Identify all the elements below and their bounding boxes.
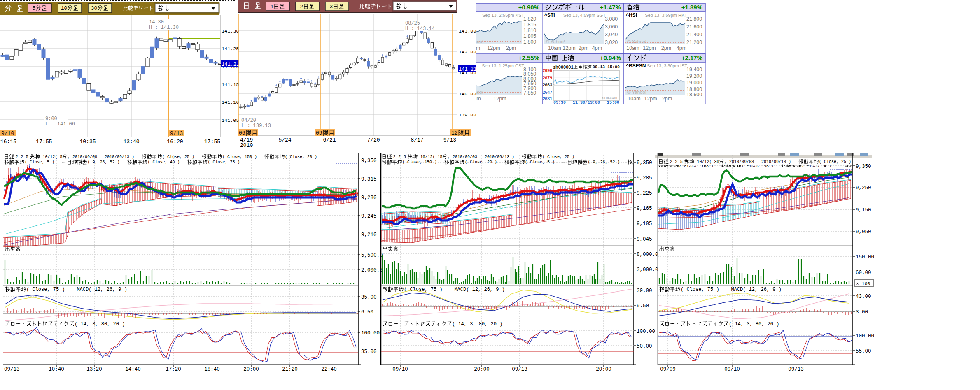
svg-text:13:20: 13:20 [86, 367, 102, 372]
svg-text:+0.94%: +0.94% [600, 54, 621, 61]
svg-text:9/13: 9/13 [170, 130, 183, 137]
svg-text:18:40: 18:40 [204, 367, 220, 372]
svg-text:^HSI: ^HSI [626, 12, 637, 18]
svg-text:2: 2 [393, 155, 396, 159]
svg-text:21,600: 21,600 [686, 24, 702, 30]
svg-text:20:00: 20:00 [596, 367, 611, 372]
svg-text:9,165: 9,165 [637, 206, 652, 211]
svg-text:9,350: 9,350 [856, 164, 871, 169]
svg-text:142.00: 142.00 [459, 49, 476, 55]
svg-text:( Close, 20 ): ( Close, 20 ) [285, 155, 317, 159]
svg-text:9/13: 9/13 [443, 137, 456, 143]
svg-text:09/13: 09/13 [788, 367, 804, 372]
svg-text:10:35: 10:35 [79, 139, 96, 145]
svg-text:7,850: 7,850 [523, 90, 536, 96]
svg-text:5: 5 [33, 5, 36, 12]
svg-text:9.50: 9.50 [637, 303, 649, 309]
svg-text:( 14, 3, 80, 20 ): ( 14, 3, 80, 20 ) [75, 321, 125, 327]
svg-text:2: 2 [300, 4, 303, 10]
svg-text:9,210: 9,210 [361, 232, 377, 238]
svg-text:100.00: 100.00 [856, 333, 874, 339]
svg-text:, 2010/09/03 - 2010/09/13 ): , 2010/09/03 - 2010/09/13 ) [724, 160, 798, 164]
svg-text:2pm: 2pm [662, 96, 672, 102]
svg-text:^BSESN: ^BSESN [626, 63, 646, 69]
svg-text:4pm: 4pm [592, 45, 602, 51]
svg-text:3: 3 [330, 4, 333, 10]
svg-text:2pm: 2pm [661, 45, 671, 51]
svg-text:+2.55%: +2.55% [518, 54, 539, 61]
svg-text:04/20: 04/20 [241, 118, 256, 123]
svg-text:( Close, 75 ): ( Close, 75 ) [208, 160, 240, 165]
svg-text:141.15: 141.15 [222, 82, 239, 88]
svg-text:10/12( 15: 10/12( 15 [418, 155, 443, 159]
svg-text:09/13: 09/13 [4, 367, 20, 372]
svg-text:9,050: 9,050 [856, 229, 871, 235]
svg-text:12pm: 12pm [644, 96, 657, 102]
svg-text:19,400: 19,400 [686, 67, 702, 72]
svg-text:3.00: 3.00 [856, 309, 868, 315]
svg-text:2: 2 [21, 155, 23, 159]
svg-text:22:40: 22:40 [321, 367, 337, 372]
svg-text:Sep 13, 1:25pm CST: Sep 13, 1:25pm CST [482, 63, 524, 68]
svg-text:× 100: × 100 [856, 281, 870, 286]
svg-text:+1.89%: +1.89% [681, 4, 702, 11]
svg-text:sina.com: sina.com [602, 95, 617, 100]
svg-text:5,500.0: 5,500.0 [361, 253, 383, 258]
svg-text:12: 12 [451, 130, 458, 136]
svg-text:5: 5 [26, 155, 28, 159]
svg-text:^STI: ^STI [544, 12, 555, 18]
svg-text:Sep 13, 3:59pm HKT: Sep 13, 3:59pm HKT [645, 13, 687, 18]
svg-text:11:30/13:00: 11:30/13:00 [573, 100, 600, 105]
svg-text:9,250: 9,250 [856, 185, 871, 191]
svg-text:10: 10 [61, 5, 68, 12]
svg-text:8/17: 8/17 [411, 137, 423, 143]
svg-text:5/24: 5/24 [278, 137, 291, 143]
svg-text:09: 09 [316, 130, 322, 136]
svg-text:H : 143.14: H : 143.14 [405, 26, 435, 32]
svg-text:H : 141.30: H : 141.30 [149, 25, 179, 30]
svg-text:09/09: 09/09 [660, 367, 676, 372]
svg-text:1,800: 1,800 [523, 39, 536, 45]
svg-text:9,280: 9,280 [361, 195, 377, 201]
svg-text:8,000.0: 8,000.0 [637, 252, 658, 258]
svg-text:141.25: 141.25 [222, 46, 239, 52]
svg-text:9,045: 9,045 [637, 237, 652, 242]
svg-text:2010: 2010 [240, 142, 253, 149]
svg-text:06: 06 [239, 130, 245, 136]
svg-text:14:30: 14:30 [149, 19, 164, 25]
svg-text:Sep 13, 3:30pm IST: Sep 13, 3:30pm IST [647, 63, 687, 68]
svg-text:21:20: 21:20 [282, 367, 298, 372]
svg-text:, 2010/09/03 - 2010/09/13 ): , 2010/09/03 - 2010/09/13 ) [448, 155, 522, 159]
svg-text:12pm: 12pm [493, 96, 506, 102]
svg-text:35.00: 35.00 [361, 295, 377, 300]
svg-text:09/10: 09/10 [392, 367, 408, 372]
svg-text:150.00: 150.00 [856, 254, 874, 260]
svg-text:( 14, 3, 80, 20 ): ( 14, 3, 80, 20 ) [729, 321, 779, 327]
svg-text:6/21: 6/21 [323, 137, 336, 143]
svg-text:10am: 10am [548, 45, 561, 51]
svg-text:12pm: 12pm [643, 45, 656, 51]
svg-text:16:15: 16:15 [0, 139, 16, 145]
svg-text:16:20: 16:20 [167, 139, 183, 145]
svg-text:19,000: 19,000 [686, 80, 702, 86]
svg-text:sh000001: sh000001 [553, 65, 574, 70]
svg-text:10:40: 10:40 [49, 367, 64, 372]
svg-text:+0.90%: +0.90% [518, 4, 539, 11]
svg-text:35.00: 35.00 [361, 349, 377, 355]
svg-text:20:00: 20:00 [243, 367, 259, 372]
svg-text:+2.17%: +2.17% [681, 54, 702, 61]
svg-text:20:00: 20:00 [474, 367, 490, 372]
svg-text:9,315: 9,315 [361, 176, 377, 182]
svg-text:3,040: 3,040 [605, 32, 618, 37]
svg-text:3,020: 3,020 [605, 39, 618, 45]
svg-text:100.00: 100.00 [361, 330, 380, 336]
svg-text:10/12( 5: 10/12( 5 [40, 155, 63, 159]
svg-text:2: 2 [670, 160, 672, 164]
svg-text:12pm: 12pm [487, 45, 500, 51]
svg-text:4pm: 4pm [677, 45, 686, 51]
svg-text:1,820: 1,820 [523, 16, 536, 22]
svg-text:21,200: 21,200 [686, 39, 702, 45]
svg-text:© Yahoo!: © Yahoo! [627, 90, 646, 95]
svg-text:13:40: 13:40 [123, 139, 139, 145]
svg-text:, 2010/09/08 - 2010/09/13 ): , 2010/09/08 - 2010/09/13 ) [68, 155, 142, 159]
